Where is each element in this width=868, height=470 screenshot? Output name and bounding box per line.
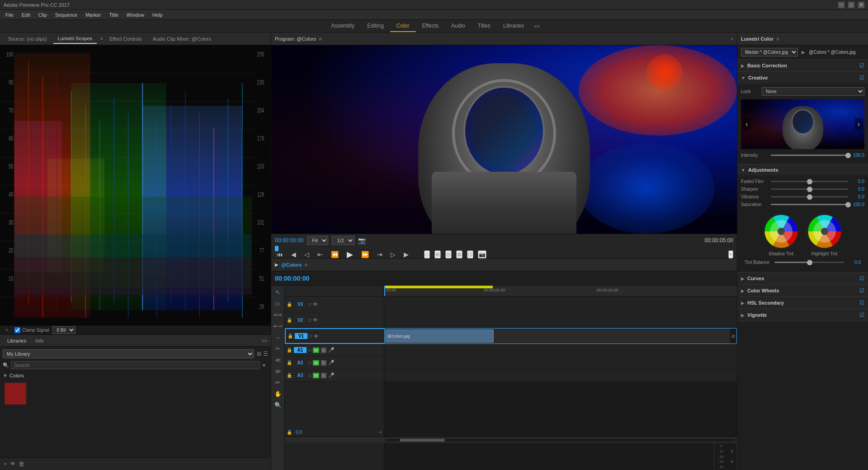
- track-a1-s-button[interactable]: S: [321, 348, 326, 353]
- insert-button[interactable]: ⊡: [467, 250, 473, 258]
- ripple-edit-tool[interactable]: ⟺: [272, 310, 283, 320]
- library-grid-view[interactable]: ⊞: [257, 351, 261, 357]
- program-playhead-marker[interactable]: [275, 246, 278, 251]
- program-camera-icon[interactable]: 📷: [358, 237, 366, 244]
- timeline-scroll-thumb[interactable]: [400, 439, 445, 442]
- intensity-slider[interactable]: [771, 155, 848, 156]
- menu-file[interactable]: File: [2, 11, 17, 19]
- menu-edit[interactable]: Edit: [18, 11, 34, 19]
- library-eye-button[interactable]: 👁: [10, 461, 16, 467]
- color-swatch-0[interactable]: [5, 383, 26, 404]
- timeline-playback-btn[interactable]: ▶: [275, 262, 278, 267]
- library-list-view[interactable]: ☰: [263, 351, 268, 357]
- play-back-button[interactable]: ⏪: [329, 250, 340, 259]
- clip-path-link[interactable]: @Colors * @Colors.jpg: [809, 50, 856, 55]
- tab-effects[interactable]: Effects: [416, 20, 445, 32]
- timeline-lock-all[interactable]: 🔒: [287, 430, 292, 435]
- track-a3-s-button[interactable]: S: [321, 373, 326, 378]
- master-clip-dropdown[interactable]: Master * @Colors.jpg: [741, 48, 798, 56]
- creative-enable[interactable]: ☑: [859, 75, 864, 81]
- step-back-button[interactable]: ◀: [289, 250, 298, 259]
- track-v1-camera[interactable]: □: [309, 334, 312, 338]
- track-a3-mic[interactable]: 🎤: [328, 372, 335, 378]
- go-to-out-button[interactable]: ⇥: [375, 250, 384, 259]
- look-next-button[interactable]: ›: [855, 118, 863, 130]
- track-a2-mic[interactable]: 🎤: [328, 360, 335, 366]
- look-select[interactable]: None: [762, 87, 864, 96]
- faded-film-slider[interactable]: [771, 181, 848, 182]
- track-v1-lock[interactable]: 🔒: [288, 334, 293, 338]
- vibrance-slider[interactable]: [771, 196, 848, 197]
- track-a2-s-button[interactable]: S: [321, 360, 326, 366]
- menu-sequence[interactable]: Sequence: [52, 11, 81, 19]
- look-prev-button[interactable]: ‹: [743, 118, 750, 130]
- workspace-more-button[interactable]: >>: [530, 21, 543, 31]
- track-v1-eye[interactable]: 👁: [314, 334, 319, 339]
- track-a3-camera[interactable]: □: [308, 373, 311, 378]
- razor-tool[interactable]: ✂: [274, 344, 282, 353]
- tab-editing[interactable]: Editing: [361, 20, 390, 32]
- go-to-out-back-button[interactable]: ⇤: [316, 250, 325, 259]
- tint-balance-thumb[interactable]: [807, 260, 812, 265]
- lumetri-scopes-menu[interactable]: ≡: [100, 36, 103, 41]
- basic-correction-header[interactable]: ▶ Basic Correction ☑: [737, 60, 868, 71]
- search-dropdown[interactable]: ▼: [260, 362, 268, 369]
- program-fit-select[interactable]: Fit: [307, 236, 328, 245]
- rolling-edit-tool[interactable]: ⟻: [272, 321, 283, 331]
- color-wheels-enable[interactable]: ☑: [859, 287, 864, 294]
- track-a3-m-button[interactable]: M: [313, 373, 319, 378]
- tab-audio[interactable]: Audio: [445, 20, 472, 32]
- track-a1-mic[interactable]: 🎤: [328, 347, 335, 353]
- frame-back-button[interactable]: ◁: [302, 250, 311, 259]
- clamp-signal-checkbox[interactable]: Clamp Signal: [14, 327, 49, 333]
- pen-tool[interactable]: ✏: [274, 378, 282, 387]
- track-a1-lock[interactable]: 🔒: [287, 348, 292, 352]
- timeline-end-btn[interactable]: ⊣: [378, 430, 382, 435]
- track-v3-camera[interactable]: □: [308, 302, 311, 307]
- step-forward-button[interactable]: ▶: [402, 250, 410, 259]
- lift-button[interactable]: ⊟: [445, 250, 452, 258]
- add-marker-button[interactable]: ◇: [424, 250, 430, 258]
- curves-header[interactable]: ▶ Curves ☑: [737, 273, 868, 284]
- effect-controls-tab[interactable]: Effect Controls: [105, 34, 146, 43]
- slide-tool[interactable]: ≫: [274, 367, 283, 376]
- hsl-secondary-enable[interactable]: ☑: [859, 300, 864, 306]
- zoom-tool[interactable]: 🔍: [273, 400, 283, 410]
- vibrance-thumb[interactable]: [807, 194, 812, 200]
- highlight-tint-wheel[interactable]: [807, 213, 843, 249]
- adjustments-header[interactable]: ▼ Adjustments: [737, 164, 868, 175]
- library-trash-button[interactable]: 🗑: [19, 461, 24, 467]
- program-timecode[interactable]: 00:00:00:00: [275, 237, 303, 244]
- tab-titles[interactable]: Titles: [472, 20, 497, 32]
- colors-section-arrow[interactable]: ▼: [3, 373, 8, 378]
- timeline-menu[interactable]: ≡: [305, 262, 307, 268]
- library-search-input[interactable]: [11, 361, 260, 369]
- play-forward-button[interactable]: ⏩: [359, 250, 371, 259]
- program-monitor-expand[interactable]: +: [731, 36, 733, 42]
- library-name-select[interactable]: My Library: [3, 349, 254, 358]
- library-expand-button[interactable]: >>: [261, 338, 267, 343]
- restore-button[interactable]: □: [848, 2, 854, 8]
- saturation-thumb[interactable]: [845, 202, 851, 207]
- rate-stretch-tool[interactable]: ↔: [274, 333, 282, 342]
- scope-cursor-btn[interactable]: ↖: [4, 327, 11, 334]
- track-v2-eye[interactable]: 👁: [313, 317, 318, 323]
- extract-button[interactable]: ⊠: [456, 250, 462, 258]
- track-a1-camera[interactable]: □: [308, 348, 311, 352]
- faded-film-thumb[interactable]: [807, 179, 812, 184]
- track-a3-lock[interactable]: 🔒: [287, 373, 292, 378]
- bit-depth-select[interactable]: 8 Bit: [52, 326, 75, 334]
- program-monitor-menu[interactable]: ≡: [319, 36, 321, 42]
- menu-help[interactable]: Help: [149, 11, 166, 19]
- frame-forward-button[interactable]: ▷: [389, 250, 397, 259]
- info-tab[interactable]: Info: [32, 337, 47, 345]
- sharpen-thumb[interactable]: [807, 187, 812, 192]
- close-button[interactable]: ✕: [858, 2, 864, 8]
- timeline-scroll-track[interactable]: [386, 439, 735, 442]
- tab-libraries[interactable]: Libraries: [497, 20, 530, 32]
- source-monitor-tab[interactable]: Source: (no clips): [4, 34, 52, 43]
- work-area-bar[interactable]: [384, 286, 493, 288]
- track-a2-lock[interactable]: 🔒: [287, 360, 292, 365]
- go-to-in-button[interactable]: ⏮: [275, 250, 285, 259]
- track-v2-camera[interactable]: □: [308, 318, 311, 323]
